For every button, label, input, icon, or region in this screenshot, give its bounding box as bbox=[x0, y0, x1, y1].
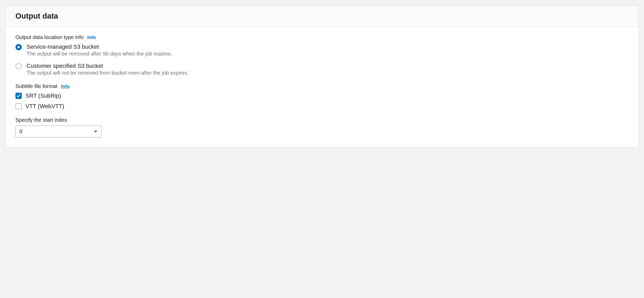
radio-customer-specified[interactable]: Customer specified S3 bucket The output … bbox=[15, 63, 629, 76]
checkbox-unchecked-icon[interactable] bbox=[15, 103, 22, 109]
start-index-value: 0 bbox=[19, 129, 22, 135]
location-type-field: Output data location type info Info Serv… bbox=[15, 34, 629, 76]
radio-title: Customer specified S3 bucket bbox=[26, 63, 189, 69]
radio-text-wrap: Customer specified S3 bucket The output … bbox=[26, 63, 189, 76]
checkbox-label: VTT (WebVTT) bbox=[25, 103, 64, 110]
output-data-panel: Output data Output data location type in… bbox=[5, 5, 639, 147]
subtitle-format-field: Subtitle file format Info SRT (SubRip) V… bbox=[15, 83, 629, 110]
check-icon bbox=[17, 94, 21, 98]
location-type-info-link[interactable]: Info bbox=[87, 35, 96, 40]
checkbox-vtt[interactable]: VTT (WebVTT) bbox=[15, 103, 629, 110]
panel-title: Output data bbox=[15, 12, 629, 20]
subtitle-format-label: Subtitle file format bbox=[15, 83, 57, 89]
start-index-label: Specify the start index bbox=[15, 117, 629, 123]
checkbox-label: SRT (SubRip) bbox=[25, 92, 61, 99]
subtitle-format-info-link[interactable]: Info bbox=[61, 84, 70, 89]
radio-unselected-icon[interactable] bbox=[15, 63, 22, 69]
start-index-field: Specify the start index 0 bbox=[15, 117, 629, 137]
radio-selected-icon[interactable] bbox=[15, 44, 22, 50]
radio-title: Service-managed S3 bucket bbox=[26, 43, 172, 50]
checkbox-srt[interactable]: SRT (SubRip) bbox=[15, 92, 629, 99]
panel-body: Output data location type info Info Serv… bbox=[6, 27, 638, 147]
start-index-select[interactable]: 0 bbox=[15, 126, 101, 137]
radio-service-managed[interactable]: Service-managed S3 bucket The output wil… bbox=[15, 43, 629, 57]
radio-description: The output will not be removed from buck… bbox=[26, 70, 189, 76]
subtitle-format-label-row: Subtitle file format Info bbox=[15, 83, 629, 89]
radio-text-wrap: Service-managed S3 bucket The output wil… bbox=[26, 43, 172, 57]
start-index-select-wrap: 0 bbox=[15, 126, 101, 137]
checkbox-checked-icon[interactable] bbox=[15, 93, 22, 99]
radio-description: The output will be removed after 90 days… bbox=[26, 51, 172, 57]
panel-header: Output data bbox=[6, 5, 638, 27]
location-type-label-row: Output data location type info Info bbox=[15, 34, 629, 40]
location-type-label: Output data location type info bbox=[15, 34, 84, 40]
